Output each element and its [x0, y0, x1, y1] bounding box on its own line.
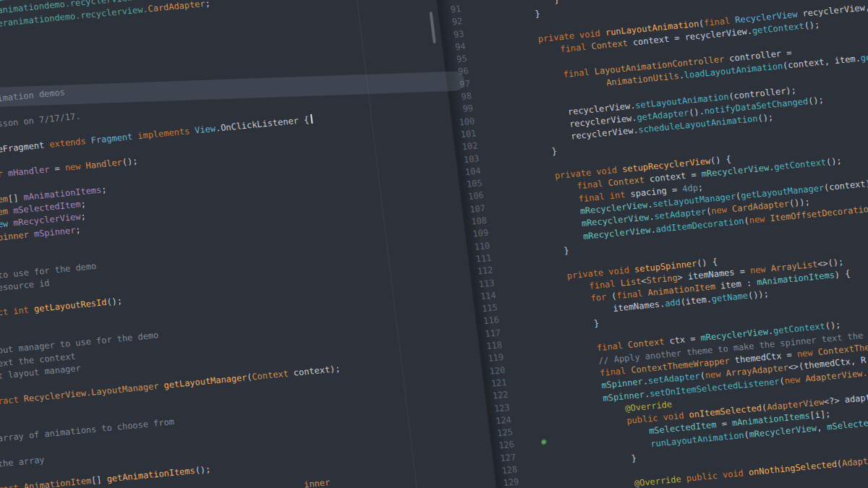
- code-token: ();: [804, 20, 820, 31]
- code-token: 4dp: [681, 182, 698, 194]
- code-token: new: [64, 161, 86, 174]
- code-token: =: [716, 419, 733, 430]
- code-token: () {: [710, 154, 731, 166]
- code-text[interactable]: }: [530, 145, 558, 160]
- code-token: ;: [75, 224, 81, 235]
- code-token: final: [703, 15, 736, 28]
- code-text[interactable]: }: [542, 244, 570, 260]
- editor-viewport: animationdemo.recyclerview.AnimationItem…: [0, 0, 868, 488]
- code-token: ());: [747, 289, 769, 301]
- code-token: [541, 231, 584, 245]
- code-token: new: [749, 213, 770, 226]
- code-token: ;: [80, 199, 87, 210]
- code-token: new: [796, 347, 818, 359]
- code-token: [i];: [809, 409, 831, 421]
- override-gutter-icon[interactable]: [540, 439, 547, 445]
- code-token: ract: [0, 393, 25, 406]
- code-token: new: [705, 369, 726, 381]
- code-token: new: [784, 374, 806, 386]
- code-token: ;: [80, 211, 87, 222]
- code-token: for: [590, 292, 607, 304]
- code-token: ();: [825, 156, 842, 168]
- code-token: <>();: [817, 257, 844, 269]
- code-token: }: [514, 9, 541, 21]
- code-token: em: [0, 205, 14, 217]
- code-token: ());: [788, 197, 810, 209]
- code-token: final: [589, 278, 621, 291]
- code-token: [533, 171, 555, 184]
- code-token: final: [616, 288, 649, 301]
- code-token: ();: [195, 463, 211, 475]
- code-token: add: [664, 297, 681, 309]
- code-token: [518, 45, 561, 59]
- code-token: ract: [0, 481, 25, 488]
- line-number[interactable]: 129: [495, 476, 524, 488]
- code-token: =: [49, 163, 66, 174]
- code-token: []: [90, 474, 107, 485]
- code-token: ;: [101, 184, 107, 195]
- code-token: new: [749, 263, 771, 275]
- code-token: final: [576, 179, 609, 192]
- code-token: ;: [205, 0, 211, 9]
- code-token: final: [560, 41, 592, 54]
- code-token: () {: [696, 256, 718, 268]
- text-caret: [310, 114, 313, 123]
- code-token: ();: [106, 296, 123, 307]
- code-token: ;: [697, 182, 704, 193]
- code-token: final: [596, 341, 629, 354]
- code-token: new: [711, 205, 733, 217]
- code-token: getName: [711, 291, 749, 304]
- code-token: ) {: [834, 268, 851, 280]
- code-token: }: [530, 145, 558, 158]
- code-token: View: [194, 123, 216, 135]
- code-token: ();: [807, 95, 824, 106]
- code-token: ();: [825, 320, 841, 331]
- code-token: []: [7, 192, 24, 204]
- code-token: ();: [757, 112, 774, 124]
- code-token: final: [563, 67, 595, 80]
- code-token: [545, 270, 567, 283]
- code-token: Context: [591, 38, 629, 52]
- code-token: inner: [303, 477, 331, 488]
- code-token: ();: [122, 156, 138, 168]
- right-editor-pane[interactable]: 91 }92 }9394 private void runLayoutAnima…: [437, 0, 868, 488]
- code-token: ().: [688, 106, 705, 118]
- code-token: List: [620, 276, 642, 288]
- code-token: (item.: [680, 294, 712, 307]
- code-token: final: [599, 365, 631, 378]
- code-token: ew: [0, 218, 14, 230]
- code-token: }: [542, 245, 570, 257]
- code-token: String: [646, 273, 678, 286]
- code-token: [516, 34, 538, 46]
- code-text[interactable]: }: [514, 8, 541, 23]
